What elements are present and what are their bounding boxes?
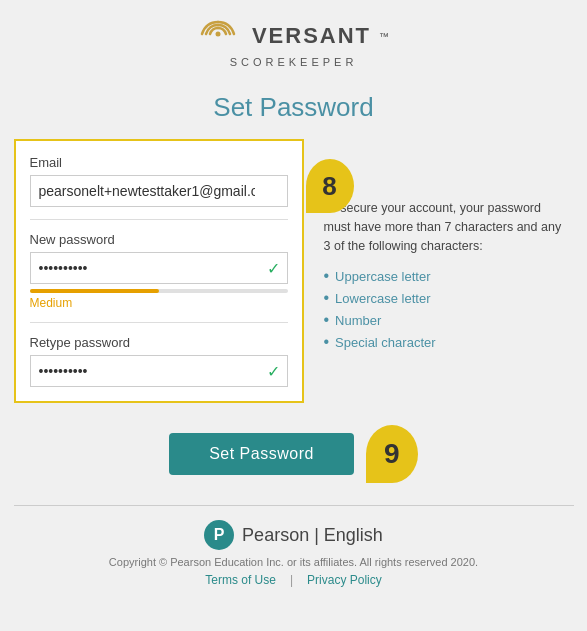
callout-9-bubble: 9 — [366, 425, 418, 483]
pearson-logo-icon: P — [204, 520, 234, 550]
header: VERSANT™ SCOREKEEPER — [198, 0, 389, 78]
pearson-row: P Pearson | English — [204, 520, 383, 550]
email-input-wrapper — [30, 175, 288, 207]
scorekeeper-text: SCOREKEEPER — [230, 56, 358, 68]
copyright-text: Copyright © Pearson Education Inc. or it… — [109, 556, 478, 568]
strength-bar — [30, 289, 159, 293]
versant-signal-icon — [198, 18, 238, 54]
form-panel: Email 8 New password ✓ Medium Retype pas… — [14, 139, 304, 403]
strength-bar-container — [30, 289, 288, 293]
requirements-list: Uppercase letter Lowercase letter Number… — [324, 265, 564, 353]
logo-tm: ™ — [379, 31, 389, 42]
new-password-check-icon: ✓ — [267, 259, 280, 278]
logo-area: VERSANT™ — [198, 18, 389, 54]
button-row: Set Password 9 — [14, 425, 574, 483]
svg-point-0 — [215, 32, 220, 37]
footer-pipe: | — [290, 573, 293, 587]
main-content: Email 8 New password ✓ Medium Retype pas… — [14, 139, 574, 403]
info-description: To secure your account, your password mu… — [324, 199, 564, 255]
divider-1 — [30, 219, 288, 220]
page-wrapper: VERSANT™ SCOREKEEPER Set Password Email … — [0, 0, 587, 607]
terms-of-use-link[interactable]: Terms of Use — [205, 573, 276, 587]
privacy-policy-link[interactable]: Privacy Policy — [307, 573, 382, 587]
new-password-label: New password — [30, 232, 288, 247]
retype-password-input[interactable] — [30, 355, 288, 387]
callout-8-bubble: 8 — [306, 159, 354, 213]
divider-2 — [30, 322, 288, 323]
pearson-label: Pearson | English — [242, 525, 383, 546]
footer-links: Terms of Use | Privacy Policy — [205, 573, 382, 587]
req-uppercase: Uppercase letter — [324, 265, 564, 287]
info-panel: To secure your account, your password mu… — [304, 189, 574, 403]
footer: P Pearson | English Copyright © Pearson … — [14, 520, 574, 587]
new-password-input-wrapper: ✓ — [30, 252, 288, 284]
retype-password-check-icon: ✓ — [267, 362, 280, 381]
req-special: Special character — [324, 331, 564, 353]
logo-text: VERSANT — [252, 23, 371, 49]
req-number: Number — [324, 309, 564, 331]
page-title: Set Password — [213, 92, 373, 123]
full-divider — [14, 505, 574, 506]
retype-password-input-wrapper: ✓ — [30, 355, 288, 387]
req-lowercase: Lowercase letter — [324, 287, 564, 309]
email-input[interactable] — [30, 175, 288, 207]
set-password-button[interactable]: Set Password — [169, 433, 354, 475]
new-password-input[interactable] — [30, 252, 288, 284]
email-label: Email — [30, 155, 288, 170]
strength-label: Medium — [30, 296, 288, 310]
retype-password-label: Retype password — [30, 335, 288, 350]
